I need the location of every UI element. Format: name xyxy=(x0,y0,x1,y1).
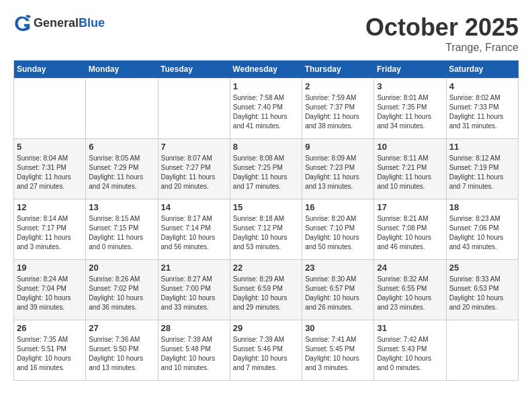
week-row-4: 19Sunrise: 8:24 AM Sunset: 7:04 PM Dayli… xyxy=(14,260,519,320)
table-cell: 16Sunrise: 8:20 AM Sunset: 7:10 PM Dayli… xyxy=(302,199,374,260)
day-number: 7 xyxy=(161,142,227,152)
day-detail: Sunrise: 7:58 AM Sunset: 7:40 PM Dayligh… xyxy=(233,93,299,131)
month-title: October 2025 xyxy=(365,13,519,42)
col-friday: Friday xyxy=(374,60,446,79)
day-number: 12 xyxy=(17,202,83,212)
day-detail: Sunrise: 8:26 AM Sunset: 7:02 PM Dayligh… xyxy=(89,275,154,312)
day-detail: Sunrise: 7:35 AM Sunset: 5:51 PM Dayligh… xyxy=(17,335,83,373)
day-detail: Sunrise: 8:29 AM Sunset: 6:59 PM Dayligh… xyxy=(233,275,299,312)
table-cell: 11Sunrise: 8:12 AM Sunset: 7:19 PM Dayli… xyxy=(446,139,518,199)
table-cell: 30Sunrise: 7:41 AM Sunset: 5:45 PM Dayli… xyxy=(302,320,374,381)
table-cell: 22Sunrise: 8:29 AM Sunset: 6:59 PM Dayli… xyxy=(230,260,302,320)
table-cell: 21Sunrise: 8:27 AM Sunset: 7:00 PM Dayli… xyxy=(158,260,230,320)
day-detail: Sunrise: 8:12 AM Sunset: 7:19 PM Dayligh… xyxy=(449,154,515,191)
day-number: 29 xyxy=(233,323,299,333)
day-number: 30 xyxy=(305,323,371,333)
day-detail: Sunrise: 8:17 AM Sunset: 7:14 PM Dayligh… xyxy=(161,214,227,252)
location-title: Trange, France xyxy=(365,42,519,54)
day-number: 18 xyxy=(449,202,515,212)
day-number: 8 xyxy=(233,142,299,152)
day-number: 3 xyxy=(377,81,443,91)
day-number: 19 xyxy=(17,263,83,273)
day-detail: Sunrise: 8:04 AM Sunset: 7:31 PM Dayligh… xyxy=(17,154,83,191)
logo-icon xyxy=(13,13,32,32)
day-detail: Sunrise: 7:41 AM Sunset: 5:45 PM Dayligh… xyxy=(305,335,371,373)
table-cell: 1Sunrise: 7:58 AM Sunset: 7:40 PM Daylig… xyxy=(230,79,302,139)
week-row-1: 1Sunrise: 7:58 AM Sunset: 7:40 PM Daylig… xyxy=(14,79,519,139)
table-cell xyxy=(446,320,518,381)
day-detail: Sunrise: 8:32 AM Sunset: 6:55 PM Dayligh… xyxy=(377,275,443,312)
day-number: 6 xyxy=(89,142,154,152)
col-saturday: Saturday xyxy=(446,60,518,79)
table-cell: 19Sunrise: 8:24 AM Sunset: 7:04 PM Dayli… xyxy=(14,260,86,320)
day-detail: Sunrise: 7:59 AM Sunset: 7:37 PM Dayligh… xyxy=(305,93,371,131)
day-number: 5 xyxy=(17,142,83,152)
table-cell: 26Sunrise: 7:35 AM Sunset: 5:51 PM Dayli… xyxy=(14,320,86,381)
logo: GeneralBlue xyxy=(13,13,105,32)
table-cell: 4Sunrise: 8:02 AM Sunset: 7:33 PM Daylig… xyxy=(446,79,518,139)
day-number: 13 xyxy=(89,202,154,212)
col-wednesday: Wednesday xyxy=(230,60,302,79)
day-number: 14 xyxy=(161,202,227,212)
day-detail: Sunrise: 8:08 AM Sunset: 7:25 PM Dayligh… xyxy=(233,154,299,191)
table-cell: 23Sunrise: 8:30 AM Sunset: 6:57 PM Dayli… xyxy=(302,260,374,320)
day-detail: Sunrise: 8:21 AM Sunset: 7:08 PM Dayligh… xyxy=(377,214,443,252)
table-cell: 6Sunrise: 8:05 AM Sunset: 7:29 PM Daylig… xyxy=(86,139,158,199)
table-cell: 17Sunrise: 8:21 AM Sunset: 7:08 PM Dayli… xyxy=(374,199,446,260)
day-number: 31 xyxy=(377,323,443,333)
table-cell: 25Sunrise: 8:33 AM Sunset: 6:53 PM Dayli… xyxy=(446,260,518,320)
day-number: 2 xyxy=(305,81,371,91)
day-number: 15 xyxy=(233,202,299,212)
day-detail: Sunrise: 7:38 AM Sunset: 5:48 PM Dayligh… xyxy=(161,335,227,373)
day-detail: Sunrise: 7:42 AM Sunset: 5:43 PM Dayligh… xyxy=(377,335,443,373)
calendar-header-row: Sunday Monday Tuesday Wednesday Thursday… xyxy=(14,60,519,79)
table-cell: 14Sunrise: 8:17 AM Sunset: 7:14 PM Dayli… xyxy=(158,199,230,260)
col-monday: Monday xyxy=(86,60,158,79)
page-header: GeneralBlue October 2025 Trange, France xyxy=(13,13,519,54)
day-number: 21 xyxy=(161,263,227,273)
table-cell xyxy=(158,79,230,139)
day-detail: Sunrise: 8:07 AM Sunset: 7:27 PM Dayligh… xyxy=(161,154,227,191)
table-cell: 8Sunrise: 8:08 AM Sunset: 7:25 PM Daylig… xyxy=(230,139,302,199)
day-detail: Sunrise: 8:27 AM Sunset: 7:00 PM Dayligh… xyxy=(161,275,227,312)
day-number: 17 xyxy=(377,202,443,212)
day-detail: Sunrise: 8:30 AM Sunset: 6:57 PM Dayligh… xyxy=(305,275,371,312)
table-cell: 13Sunrise: 8:15 AM Sunset: 7:15 PM Dayli… xyxy=(86,199,158,260)
table-cell: 20Sunrise: 8:26 AM Sunset: 7:02 PM Dayli… xyxy=(86,260,158,320)
day-detail: Sunrise: 8:14 AM Sunset: 7:17 PM Dayligh… xyxy=(17,214,83,252)
calendar-table: Sunday Monday Tuesday Wednesday Thursday… xyxy=(13,60,519,381)
week-row-3: 12Sunrise: 8:14 AM Sunset: 7:17 PM Dayli… xyxy=(14,199,519,260)
day-number: 4 xyxy=(449,81,515,91)
table-cell: 27Sunrise: 7:36 AM Sunset: 5:50 PM Dayli… xyxy=(86,320,158,381)
day-number: 23 xyxy=(305,263,371,273)
day-number: 25 xyxy=(449,263,515,273)
day-number: 24 xyxy=(377,263,443,273)
day-detail: Sunrise: 8:24 AM Sunset: 7:04 PM Dayligh… xyxy=(17,275,83,312)
table-cell: 3Sunrise: 8:01 AM Sunset: 7:35 PM Daylig… xyxy=(374,79,446,139)
day-detail: Sunrise: 8:11 AM Sunset: 7:21 PM Dayligh… xyxy=(377,154,443,191)
table-cell: 5Sunrise: 8:04 AM Sunset: 7:31 PM Daylig… xyxy=(14,139,86,199)
table-cell: 28Sunrise: 7:38 AM Sunset: 5:48 PM Dayli… xyxy=(158,320,230,381)
col-tuesday: Tuesday xyxy=(158,60,230,79)
day-detail: Sunrise: 7:39 AM Sunset: 5:46 PM Dayligh… xyxy=(233,335,299,373)
table-cell: 18Sunrise: 8:23 AM Sunset: 7:06 PM Dayli… xyxy=(446,199,518,260)
day-detail: Sunrise: 8:15 AM Sunset: 7:15 PM Dayligh… xyxy=(89,214,154,252)
day-detail: Sunrise: 8:02 AM Sunset: 7:33 PM Dayligh… xyxy=(449,93,515,131)
day-detail: Sunrise: 8:09 AM Sunset: 7:23 PM Dayligh… xyxy=(305,154,371,191)
day-number: 27 xyxy=(89,323,154,333)
day-detail: Sunrise: 8:23 AM Sunset: 7:06 PM Dayligh… xyxy=(449,214,515,252)
day-number: 9 xyxy=(305,142,371,152)
day-detail: Sunrise: 8:01 AM Sunset: 7:35 PM Dayligh… xyxy=(377,93,443,131)
day-number: 10 xyxy=(377,142,443,152)
table-cell: 10Sunrise: 8:11 AM Sunset: 7:21 PM Dayli… xyxy=(374,139,446,199)
col-thursday: Thursday xyxy=(302,60,374,79)
day-detail: Sunrise: 8:18 AM Sunset: 7:12 PM Dayligh… xyxy=(233,214,299,252)
table-cell: 24Sunrise: 8:32 AM Sunset: 6:55 PM Dayli… xyxy=(374,260,446,320)
title-section: October 2025 Trange, France xyxy=(365,13,519,54)
day-number: 11 xyxy=(449,142,515,152)
day-number: 28 xyxy=(161,323,227,333)
day-detail: Sunrise: 8:05 AM Sunset: 7:29 PM Dayligh… xyxy=(89,154,154,191)
day-detail: Sunrise: 8:33 AM Sunset: 6:53 PM Dayligh… xyxy=(449,275,515,312)
table-cell: 15Sunrise: 8:18 AM Sunset: 7:12 PM Dayli… xyxy=(230,199,302,260)
day-number: 20 xyxy=(89,263,154,273)
